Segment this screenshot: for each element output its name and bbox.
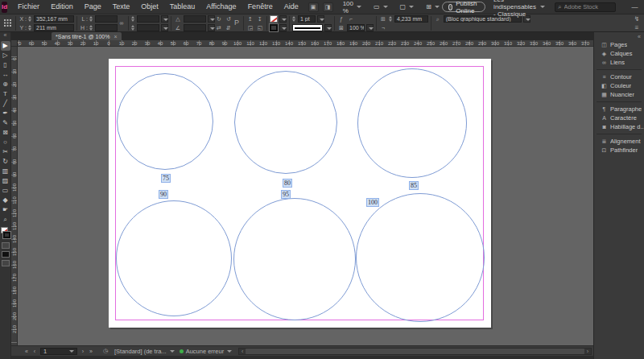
panel-tab-couleur[interactable]: ◧Couleur xyxy=(594,81,644,90)
scrollbar-thumb[interactable] xyxy=(246,349,584,354)
reference-point-grid-icon[interactable] xyxy=(4,19,11,27)
panel-tab-pages[interactable]: ◫Pages xyxy=(594,40,644,49)
menu-texte[interactable]: Texte xyxy=(107,0,136,14)
gradient-swatch-tool-icon[interactable]: ▥ xyxy=(1,167,10,176)
menu-page[interactable]: Page xyxy=(79,0,107,14)
minimize-button[interactable]: — xyxy=(630,2,641,12)
panel-tab-calques[interactable]: ◈Calques xyxy=(594,49,644,58)
ellipse-frame[interactable] xyxy=(356,193,485,322)
y-stepper[interactable] xyxy=(28,24,32,31)
scale-x-field[interactable] xyxy=(137,15,159,23)
last-page-button[interactable]: » xyxy=(87,349,95,354)
tab-close-icon[interactable]: × xyxy=(114,34,117,39)
fit-frame-icon[interactable]: ◲ xyxy=(246,24,254,31)
x-stepper[interactable] xyxy=(28,15,32,23)
rotation-dropdown[interactable] xyxy=(208,15,215,23)
text-frame-label[interactable]: 90 xyxy=(159,190,168,199)
panel-tab-alignement[interactable]: ≣Alignement xyxy=(594,137,644,146)
panel-tab-liens[interactable]: ∞Liens xyxy=(594,58,644,67)
direct-selection-tool-icon[interactable]: ▷ xyxy=(1,51,10,60)
panel-tab-nuancier[interactable]: ▦Nuancier xyxy=(594,90,644,99)
preflight-status-select[interactable]: Aucune erreur xyxy=(180,348,233,355)
free-transform-tool-icon[interactable]: ↻ xyxy=(1,157,10,167)
scissors-tool-icon[interactable]: ✂ xyxy=(1,147,10,157)
scroll-left-icon[interactable]: ‹ xyxy=(239,349,246,354)
workspace-switcher[interactable]: Les indispensables - Classique xyxy=(493,0,545,18)
next-page-button[interactable]: › xyxy=(79,349,87,354)
quick-apply-icon[interactable]: ↯ xyxy=(633,15,641,23)
select-content-icon[interactable]: ↧ xyxy=(256,15,264,23)
scroll-right-icon[interactable]: › xyxy=(584,349,591,354)
corner-options-icon[interactable]: ⌐ xyxy=(347,15,355,23)
ellipse-frame[interactable] xyxy=(116,200,232,316)
fit-content-icon[interactable]: ◱ xyxy=(256,24,264,31)
fill-swatch-none[interactable] xyxy=(270,15,278,23)
pen-tool-icon[interactable]: ✒ xyxy=(1,109,10,118)
text-frame-label[interactable]: 100 xyxy=(366,198,379,207)
hand-tool-icon[interactable]: ☛ xyxy=(1,205,10,215)
document-tab[interactable]: *Sans titre-1 @ 100% × xyxy=(52,32,122,40)
screen-mode-select[interactable]: ▢ xyxy=(398,2,417,13)
stroke-swatch-black[interactable] xyxy=(270,24,278,31)
menu-fenetre[interactable]: Fenêtre xyxy=(242,0,279,14)
menu-edition[interactable]: Edition xyxy=(45,0,79,14)
width-field[interactable] xyxy=(95,15,118,23)
rotate-cw-icon[interactable]: ↻ xyxy=(215,15,223,23)
selection-tool-icon[interactable]: ▶ xyxy=(1,41,10,51)
eyedropper-tool-icon[interactable]: ◆ xyxy=(1,196,10,205)
width-stepper[interactable] xyxy=(89,15,93,23)
opacity-dropdown[interactable] xyxy=(366,24,374,31)
stroke-swatch-dropdown[interactable] xyxy=(279,24,287,31)
shear-dropdown[interactable] xyxy=(208,24,215,31)
dock-expand-icon[interactable]: « xyxy=(594,34,644,40)
toolbar-stroke-swatch[interactable] xyxy=(3,232,10,238)
rotation-angle-field[interactable] xyxy=(184,15,206,23)
constrain-proportions-icon[interactable]: ∞ xyxy=(118,19,126,27)
stock-icon[interactable]: ◨ xyxy=(323,2,333,12)
type-tool-icon[interactable]: T xyxy=(1,89,10,99)
menu-tableau[interactable]: Tableau xyxy=(164,0,201,14)
height-field[interactable] xyxy=(95,24,118,31)
pencil-tool-icon[interactable]: ✎ xyxy=(1,118,10,128)
scale-y-field[interactable] xyxy=(137,24,159,31)
x-position-field[interactable]: 352,167 mm xyxy=(34,15,74,23)
zoom-tool-icon[interactable]: ⌕ xyxy=(1,215,10,225)
panel-tab-pathfinder[interactable]: ⊡Pathfinder xyxy=(594,146,644,155)
height-stepper[interactable] xyxy=(89,24,93,31)
y-position-field[interactable]: 211 mm xyxy=(34,24,74,31)
search-input[interactable] xyxy=(564,3,613,10)
text-frame-label[interactable]: 95 xyxy=(281,190,291,199)
pasteboard-canvas[interactable]: 7580859095100 xyxy=(18,47,593,345)
content-collector-tool-icon[interactable]: ⊕ xyxy=(1,80,10,89)
panel-tab-contour[interactable]: ≡Contour xyxy=(594,72,644,81)
menu-fichier[interactable]: Fichier xyxy=(12,0,45,14)
previous-page-button[interactable]: ‹ xyxy=(31,349,39,354)
text-wrap-offset-stepper[interactable] xyxy=(389,15,393,23)
gradient-feather-tool-icon[interactable]: ▨ xyxy=(1,176,10,186)
scale-y-stepper[interactable] xyxy=(131,24,135,31)
text-frame-label[interactable]: 85 xyxy=(409,181,419,190)
ruler-origin-corner[interactable] xyxy=(11,40,18,47)
flip-horizontal-icon[interactable]: ⇄ xyxy=(215,24,223,31)
stroke-weight-field[interactable]: 1 pt xyxy=(298,15,316,23)
scale-x-stepper[interactable] xyxy=(131,15,135,23)
page-tool-icon[interactable]: ▯ xyxy=(1,60,10,70)
text-wrap-offset-field[interactable]: 4,233 mm xyxy=(394,15,428,23)
fill-stroke-swatch-pair[interactable] xyxy=(1,227,10,238)
rotate-ccw-icon[interactable]: ↺ xyxy=(225,15,233,23)
line-tool-icon[interactable]: ╱ xyxy=(1,99,10,109)
page-number-select[interactable]: 1 xyxy=(40,348,77,355)
menu-affichage[interactable]: Affichage xyxy=(200,0,242,14)
stroke-weight-stepper[interactable] xyxy=(292,15,296,23)
zoom-level-select[interactable]: 100 % xyxy=(341,2,364,13)
tools-collapse-icon[interactable]: « xyxy=(0,32,10,39)
panel-tab-caractere[interactable]: ACaractère xyxy=(594,113,644,122)
opacity-field[interactable]: 100 % xyxy=(347,24,365,31)
panel-tab-paragraphe[interactable]: ¶Paragraphe xyxy=(594,105,644,113)
bridge-icon[interactable]: ▣ xyxy=(308,2,319,12)
menu-aide[interactable]: Aide xyxy=(279,0,304,14)
first-page-button[interactable]: « xyxy=(23,349,31,354)
ellipse-frame[interactable] xyxy=(117,73,213,170)
preflight-profile-select[interactable]: [Standard] (de tra... xyxy=(114,348,175,355)
arrange-documents-select[interactable]: ⊞ xyxy=(423,2,442,13)
